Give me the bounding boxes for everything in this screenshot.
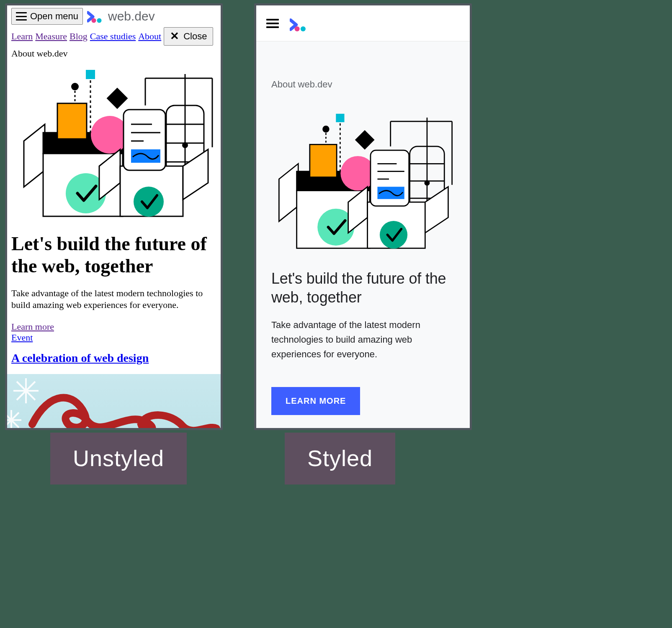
open-menu-button[interactable]: Open menu [11, 8, 83, 25]
event-image [5, 374, 221, 430]
event-title-link[interactable]: A celebration of web design [11, 351, 149, 364]
svg-marker-43 [279, 164, 298, 221]
hero-illustration [15, 62, 221, 220]
svg-point-11 [71, 83, 79, 90]
svg-rect-9 [86, 70, 95, 79]
hamburger-icon[interactable] [266, 19, 279, 28]
svg-rect-31 [131, 149, 160, 163]
svg-rect-50 [336, 114, 344, 122]
learn-more-button[interactable]: LEARN MORE [271, 387, 360, 415]
svg-rect-72 [377, 187, 404, 199]
header-bar [256, 5, 470, 41]
open-menu-label: Open menu [30, 11, 78, 22]
event-link[interactable]: Event [11, 332, 33, 343]
hero-illustration [271, 102, 460, 256]
hero-paragraph: Take advantage of the latest modern tech… [11, 287, 216, 311]
svg-marker-2 [24, 124, 45, 187]
svg-point-52 [322, 126, 330, 133]
svg-marker-67 [425, 187, 448, 233]
brand-wordmark: web.dev [108, 9, 155, 23]
caption-unstyled: Unstyled [50, 433, 187, 484]
hero-heading: Let's build the future of the web, toget… [271, 269, 455, 307]
svg-rect-54 [355, 130, 375, 150]
svg-rect-47 [310, 144, 337, 177]
hero-paragraph: Take advantage of the latest modern tech… [271, 318, 455, 362]
svg-point-41 [295, 26, 300, 31]
svg-rect-13 [107, 88, 128, 109]
close-menu-button[interactable]: ✕ Close [164, 27, 213, 46]
phone-styled: About web.dev [254, 3, 472, 430]
nav-learn[interactable]: Learn [11, 31, 33, 43]
svg-point-64 [425, 180, 430, 186]
svg-point-1 [97, 18, 101, 23]
svg-point-73 [380, 221, 407, 249]
caption-styled: Styled [285, 433, 395, 484]
svg-point-23 [182, 142, 188, 148]
close-label: Close [183, 31, 207, 42]
webdev-logo-icon[interactable] [290, 16, 306, 31]
webdev-logo-icon [87, 9, 104, 23]
svg-marker-26 [183, 149, 208, 200]
nav-blog[interactable]: Blog [70, 31, 88, 43]
nav-measure[interactable]: Measure [35, 31, 67, 43]
nav-about[interactable]: About [138, 31, 161, 43]
svg-rect-6 [57, 103, 87, 139]
svg-point-32 [134, 187, 164, 217]
nav-case-studies[interactable]: Case studies [90, 31, 136, 43]
svg-point-0 [91, 18, 96, 23]
eyebrow-text: About web.dev [11, 48, 216, 59]
hamburger-icon [16, 12, 27, 21]
learn-more-link[interactable]: Learn more [11, 321, 54, 332]
phone-unstyled: Open menu web.dev Learn Measure Blog Cas… [5, 3, 223, 430]
hero-heading: Let's build the future of the web, toget… [11, 233, 216, 277]
close-icon: ✕ [170, 33, 179, 40]
eyebrow-text: About web.dev [271, 79, 455, 90]
nav-links-row: Learn Measure Blog Case studies About ✕ … [11, 27, 216, 46]
svg-point-42 [301, 26, 306, 31]
